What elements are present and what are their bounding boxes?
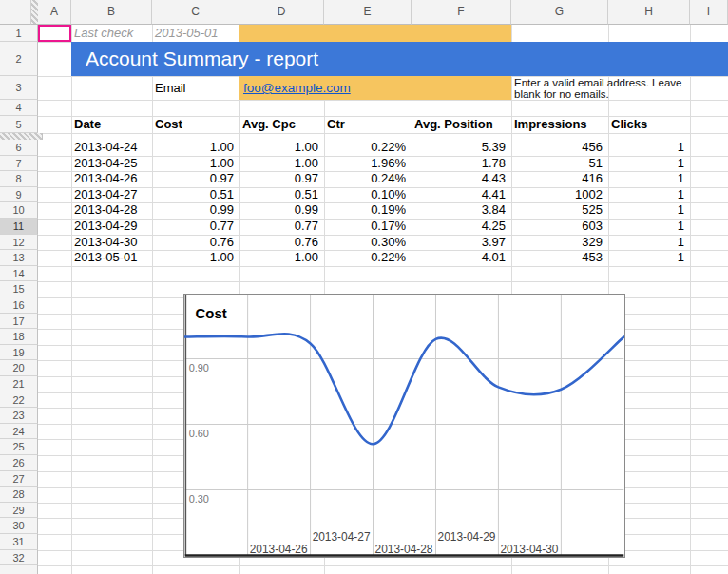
table-cell[interactable]: 1 <box>611 202 684 219</box>
table-header-ctr[interactable]: Ctr <box>327 116 406 133</box>
table-cell[interactable]: 0.51 <box>242 187 318 203</box>
table-header-clicks[interactable]: Clicks <box>611 116 684 133</box>
table-cell[interactable]: 0.77 <box>155 219 234 235</box>
table-cell[interactable]: 1.00 <box>242 156 318 172</box>
table-cell[interactable]: 603 <box>514 219 603 235</box>
table-cell[interactable]: 0.30% <box>327 235 406 251</box>
row-header-21[interactable]: 21 <box>0 376 38 392</box>
table-cell[interactable]: 453 <box>514 250 603 266</box>
table-cell[interactable]: 1 <box>611 219 684 235</box>
table-cell[interactable]: 0.22% <box>327 140 406 156</box>
table-cell[interactable]: 0.99 <box>242 202 318 219</box>
row-header-2[interactable]: 2 <box>0 42 38 76</box>
highlight-range-d1-f1[interactable] <box>239 25 511 42</box>
column-header-H[interactable]: H <box>608 0 690 25</box>
row-header-7[interactable]: 7 <box>0 156 38 172</box>
table-cell[interactable]: 1 <box>611 187 684 203</box>
row-header-3[interactable]: 3 <box>0 76 38 100</box>
column-header-C[interactable]: C <box>152 0 239 25</box>
row-header-29[interactable]: 29 <box>0 503 38 519</box>
table-cell[interactable]: 0.76 <box>242 235 318 251</box>
table-cell[interactable]: 0.24% <box>327 171 406 187</box>
table-cell[interactable]: 0.10% <box>327 187 406 203</box>
table-cell[interactable]: 0.22% <box>327 250 406 266</box>
table-cell[interactable]: 2013-04-28 <box>74 202 146 219</box>
row-header-20[interactable]: 20 <box>0 360 38 376</box>
table-cell[interactable]: 1 <box>611 235 684 251</box>
table-cell[interactable]: 0.97 <box>155 171 234 187</box>
row-header-13[interactable]: 13 <box>0 250 38 266</box>
table-cell[interactable]: 1.00 <box>155 156 234 172</box>
row-header-26[interactable]: 26 <box>0 455 38 471</box>
row-header-15[interactable]: 15 <box>0 281 38 297</box>
table-cell[interactable]: 329 <box>514 235 603 251</box>
row-header-27[interactable]: 27 <box>0 471 38 488</box>
row-header-6[interactable]: 6 <box>0 140 38 156</box>
row-header-28[interactable]: 28 <box>0 487 38 503</box>
last-check-value-cell[interactable]: 2013-05-01 <box>155 25 239 42</box>
row-header-30[interactable]: 30 <box>0 518 38 534</box>
table-cell[interactable]: 4.25 <box>414 219 506 235</box>
row-header-12[interactable]: 12 <box>0 235 38 251</box>
row-header-24[interactable]: 24 <box>0 424 38 440</box>
table-cell[interactable]: 2013-04-25 <box>74 156 146 172</box>
column-header-F[interactable]: F <box>412 0 511 25</box>
column-header-E[interactable]: E <box>324 0 412 25</box>
table-cell[interactable]: 0.51 <box>155 187 234 203</box>
table-cell[interactable]: 1 <box>611 140 684 156</box>
table-cell[interactable]: 1.96% <box>327 156 406 172</box>
table-cell[interactable]: 2013-05-01 <box>74 250 146 266</box>
row-header-23[interactable]: 23 <box>0 408 38 424</box>
table-cell[interactable]: 0.19% <box>327 202 406 219</box>
row-header-8[interactable]: 8 <box>0 171 38 187</box>
highlight-range-d3-f3[interactable]: foo@example.com <box>239 76 511 100</box>
table-cell[interactable]: 525 <box>514 202 603 219</box>
row-header-9[interactable]: 9 <box>0 187 38 203</box>
row-header-31[interactable]: 31 <box>0 534 38 550</box>
table-cell[interactable]: 4.01 <box>414 250 506 266</box>
table-cell[interactable]: 0.99 <box>155 202 234 219</box>
table-header-impressions[interactable]: Impressions <box>514 116 603 133</box>
table-cell[interactable]: 4.41 <box>414 187 506 203</box>
table-cell[interactable]: 2013-04-24 <box>74 140 146 156</box>
table-cell[interactable]: 0.97 <box>242 171 318 187</box>
row-header-32[interactable]: 32 <box>0 550 38 566</box>
table-cell[interactable]: 1.00 <box>242 250 318 266</box>
report-title-cell[interactable]: Account Summary - report <box>71 42 728 76</box>
row-header-4[interactable]: 4 <box>0 100 38 116</box>
table-cell[interactable]: 1002 <box>514 187 603 203</box>
table-cell[interactable]: 1 <box>611 250 684 266</box>
table-cell[interactable]: 1.00 <box>242 140 318 156</box>
table-cell[interactable]: 416 <box>514 171 603 187</box>
table-cell[interactable]: 2013-04-29 <box>74 219 146 235</box>
column-header-B[interactable]: B <box>71 0 152 25</box>
table-cell[interactable]: 3.84 <box>414 202 506 219</box>
last-check-label-cell[interactable]: Last check <box>74 25 150 42</box>
table-cell[interactable]: 0.17% <box>327 219 406 235</box>
row-header-14[interactable]: 14 <box>0 266 38 282</box>
table-header-avg-position[interactable]: Avg. Position <box>414 116 506 133</box>
row-header-17[interactable]: 17 <box>0 314 38 330</box>
row-header-25[interactable]: 25 <box>0 439 38 455</box>
row-header-10[interactable]: 10 <box>0 202 38 219</box>
table-cell[interactable]: 3.97 <box>414 235 506 251</box>
table-cell[interactable]: 1 <box>611 156 684 172</box>
row-header-11[interactable]: 11 <box>0 219 38 235</box>
row-header-1[interactable]: 1 <box>0 25 38 42</box>
table-header-avg-cpc[interactable]: Avg. Cpc <box>242 116 318 133</box>
row-header-18[interactable]: 18 <box>0 329 38 345</box>
table-cell[interactable]: 1 <box>611 171 684 187</box>
table-cell[interactable]: 1.00 <box>155 250 234 266</box>
email-link[interactable]: foo@example.com <box>243 81 351 95</box>
table-cell[interactable]: 456 <box>514 140 603 156</box>
table-cell[interactable]: 4.43 <box>414 171 506 187</box>
table-cell[interactable]: 51 <box>514 156 603 172</box>
table-cell[interactable]: 2013-04-26 <box>74 171 146 187</box>
table-cell[interactable]: 0.76 <box>155 235 234 251</box>
column-header-I[interactable]: I <box>690 0 728 25</box>
table-cell[interactable]: 2013-04-30 <box>74 235 146 251</box>
corner-cell[interactable] <box>0 0 31 25</box>
table-cell[interactable]: 0.77 <box>242 219 318 235</box>
cost-chart[interactable]: 0.300.600.902013-04-262013-04-272013-04-… <box>183 294 625 558</box>
column-header-G[interactable]: G <box>511 0 608 25</box>
